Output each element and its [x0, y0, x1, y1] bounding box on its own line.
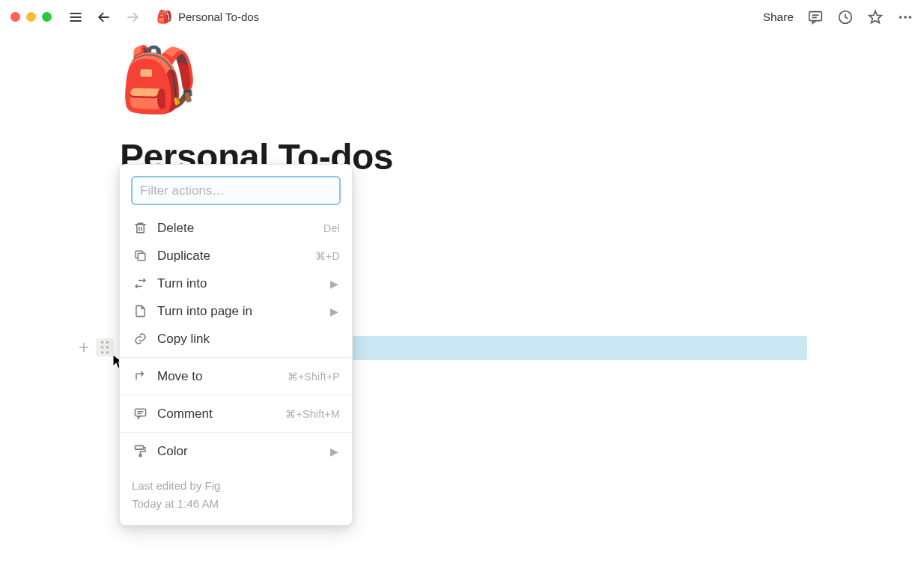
menu-item-move-to[interactable]: Move to ⌘+Shift+P [120, 362, 352, 390]
last-edited-by: Last edited by Fig [132, 477, 340, 495]
menu-item-duplicate[interactable]: Duplicate ⌘+D [120, 242, 352, 270]
menu-item-comment[interactable]: Comment ⌘+Shift+M [120, 400, 352, 428]
menu-item-label: Color [157, 444, 321, 459]
svg-point-17 [101, 346, 104, 349]
menu-item-copy-link[interactable]: Copy link [120, 325, 352, 353]
breadcrumb-page-title: Personal To-dos [178, 10, 259, 23]
svg-point-10 [899, 16, 902, 19]
svg-rect-21 [136, 225, 144, 233]
duplicate-icon [132, 248, 148, 264]
menu-item-color[interactable]: Color ▶ [120, 437, 352, 465]
svg-point-16 [106, 341, 109, 344]
svg-point-12 [909, 16, 912, 19]
link-icon [132, 331, 148, 347]
menu-item-delete[interactable]: Delete Del [120, 214, 352, 242]
menu-separator [120, 395, 352, 395]
menu-item-label: Duplicate [157, 249, 306, 264]
drag-handle-button[interactable] [96, 338, 114, 356]
comment-icon [132, 406, 148, 422]
window-traffic-lights [10, 12, 52, 22]
svg-point-20 [106, 351, 109, 354]
svg-rect-25 [135, 409, 145, 416]
last-edited-time: Today at 1:46 AM [132, 495, 340, 513]
menu-item-label: Copy link [157, 332, 340, 347]
window-fullscreen-dot[interactable] [42, 12, 52, 22]
menu-item-shortcut: ⌘+Shift+M [285, 408, 340, 420]
back-button[interactable] [95, 8, 113, 26]
menu-item-label: Turn into page in [157, 304, 321, 319]
menu-item-turn-into[interactable]: Turn into ▶ [120, 270, 352, 297]
window-minimize-dot[interactable] [26, 12, 36, 22]
move-arrow-icon [132, 368, 148, 385]
menu-item-turn-into-page[interactable]: Turn into page in ▶ [120, 297, 352, 325]
svg-point-11 [904, 16, 907, 19]
add-block-button[interactable] [75, 338, 93, 356]
svg-rect-28 [135, 445, 143, 449]
transform-icon [132, 276, 148, 292]
svg-rect-5 [809, 11, 822, 20]
menu-item-label: Delete [157, 221, 314, 236]
page-icon [132, 303, 148, 320]
chevron-right-icon: ▶ [330, 445, 340, 457]
chevron-right-icon: ▶ [330, 305, 340, 317]
svg-point-18 [106, 346, 109, 349]
chevron-right-icon: ▶ [330, 278, 340, 290]
updates-clock-icon[interactable] [837, 9, 854, 25]
svg-point-15 [101, 341, 104, 344]
menu-item-label: Move to [157, 369, 279, 384]
filter-actions-input[interactable] [140, 183, 332, 198]
svg-marker-9 [869, 10, 882, 22]
paint-roller-icon [132, 443, 148, 460]
menu-item-shortcut: ⌘+Shift+P [288, 371, 340, 383]
menu-footer: Last edited by Fig Today at 1:46 AM [120, 468, 352, 525]
favorite-star-icon[interactable] [867, 9, 884, 25]
trash-icon [132, 220, 148, 237]
filter-actions-field[interactable] [131, 176, 341, 205]
forward-button[interactable] [124, 8, 142, 26]
breadcrumb-page-icon: 🎒 [156, 9, 172, 25]
menu-item-shortcut: ⌘+D [315, 250, 340, 262]
share-button[interactable]: Share [763, 10, 794, 24]
svg-point-19 [101, 351, 104, 354]
menu-item-label: Comment [157, 407, 276, 422]
menu-item-shortcut: Del [323, 222, 340, 234]
block-actions-menu: Delete Del Duplicate ⌘+D Turn into ▶ Tur… [119, 164, 353, 526]
svg-rect-24 [138, 253, 145, 261]
menu-separator [120, 432, 352, 433]
menu-item-label: Turn into [157, 276, 321, 291]
hamburger-menu-icon[interactable] [67, 8, 85, 26]
page-icon[interactable]: 🎒 [120, 48, 809, 111]
breadcrumb[interactable]: 🎒 Personal To-dos [152, 6, 264, 28]
comments-icon[interactable] [807, 9, 824, 25]
more-menu-icon[interactable] [897, 9, 914, 25]
menu-separator [120, 357, 352, 358]
window-close-dot[interactable] [10, 12, 20, 22]
